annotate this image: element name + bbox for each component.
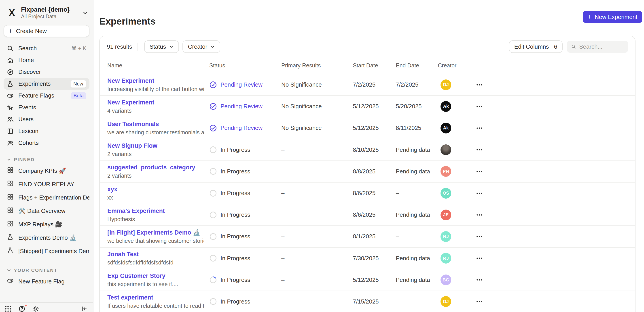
sidebar-item-search[interactable]: Search ⌘ + K: [4, 42, 90, 54]
column-header-primary-results[interactable]: Primary Results: [281, 62, 353, 69]
sidebar-item-users[interactable]: Users: [4, 113, 90, 125]
experiment-description: Hypothesis: [107, 216, 204, 223]
column-header-end-date[interactable]: End Date: [396, 62, 438, 69]
pinned-item-experiments-demo[interactable]: Experiments Demo 🔬: [4, 231, 90, 244]
help-icon[interactable]: [18, 305, 26, 312]
experiment-name-link[interactable]: New Experiment: [107, 77, 204, 85]
creator-filter-dropdown[interactable]: Creator: [182, 40, 220, 53]
pinned-item-mxp-replays[interactable]: MXP Replays 🎥: [4, 218, 90, 231]
experiment-name-link[interactable]: User Testimonials: [107, 120, 204, 128]
start-date-value: 7/15/2025: [353, 298, 396, 305]
experiment-name-link[interactable]: xyx: [107, 185, 204, 193]
book-icon: [7, 128, 14, 135]
plus-icon: +: [8, 28, 12, 34]
toggle-icon: [7, 92, 14, 99]
experiment-name-link[interactable]: New Signup Flow: [107, 142, 204, 150]
end-date-value: –: [396, 233, 438, 240]
primary-results-value: No Significance: [281, 103, 353, 110]
row-menu-button[interactable]: [474, 149, 485, 151]
pinned-item-company-kpis[interactable]: Company KPIs 🚀: [4, 164, 90, 177]
row-menu-button[interactable]: [474, 84, 485, 86]
content-item-new-feature-flag[interactable]: New Feature Flag: [4, 275, 90, 288]
experiment-description: we believe that showing customer stories…: [107, 237, 204, 244]
experiment-name-link[interactable]: Emma's Experiment: [107, 207, 204, 215]
experiment-description: Increasing visibility of the cart button…: [107, 85, 204, 93]
create-new-button[interactable]: + Create New: [4, 25, 90, 37]
pinned-item-shipped-experiments-demo[interactable]: [Shipped] Experiments Demo 🖊️: [4, 244, 90, 258]
row-menu-button[interactable]: [474, 170, 485, 172]
creator-avatar: RJ: [440, 231, 451, 242]
sidebar-item-experiments[interactable]: Experiments New: [4, 78, 90, 90]
status-icon: [209, 233, 217, 240]
notification-dot: [24, 304, 27, 307]
end-date-value: Pending data: [396, 255, 438, 262]
row-menu-button[interactable]: [474, 127, 485, 129]
settings-gear-icon[interactable]: [32, 305, 39, 312]
pinned-item-data-overview[interactable]: 🛠️ Data Overview: [4, 204, 90, 218]
row-menu-button[interactable]: [474, 257, 485, 259]
sidebar-item-discover[interactable]: Discover: [4, 66, 90, 78]
end-date-value: –: [396, 298, 438, 305]
primary-results-value: –: [281, 255, 353, 262]
plus-icon: +: [588, 14, 592, 20]
column-header-creator[interactable]: Creator: [438, 62, 474, 69]
collapse-sidebar-icon[interactable]: [80, 305, 88, 312]
board-icon: [7, 193, 14, 202]
page-title: Experiments: [99, 16, 156, 27]
row-menu-button[interactable]: [474, 235, 485, 238]
flask-icon: [7, 233, 14, 242]
status-icon: [209, 276, 217, 284]
sidebar-item-cohorts[interactable]: Cohorts: [4, 137, 90, 149]
table-row: New Signup Flow 2 variants In Progress –…: [100, 139, 635, 161]
row-menu-button[interactable]: [474, 214, 485, 216]
table-search: [567, 41, 628, 53]
experiment-description: 4 variants: [107, 107, 204, 114]
status-label: In Progress: [220, 190, 250, 197]
workspace-switcher[interactable]: X Fixpanel {demo} All Project Data: [0, 0, 93, 22]
row-menu-button[interactable]: [474, 279, 485, 281]
chevron-down-icon: [169, 44, 174, 49]
edit-columns-button[interactable]: Edit Columns · 6: [509, 40, 562, 53]
end-date-value: 5/20/2025: [396, 103, 438, 110]
experiment-name-link[interactable]: Exp Customer Story: [107, 272, 204, 280]
experiment-name-link[interactable]: [In Flight] Experiments Demo 🔬: [107, 229, 204, 236]
pinned-item-find-your-replay[interactable]: FIND YOUR REPLAY: [4, 177, 90, 191]
your-content-section-header[interactable]: YOUR CONTENT: [7, 268, 86, 273]
board-icon: [7, 220, 14, 229]
experiment-description: xx: [107, 194, 204, 201]
apps-grid-icon[interactable]: [4, 305, 12, 312]
start-date-value: 8/8/2025: [353, 168, 396, 175]
pinned-section-header[interactable]: PINNED: [7, 157, 86, 162]
column-header-status[interactable]: Status: [209, 62, 281, 69]
primary-results-value: –: [281, 211, 353, 218]
end-date-value: Pending data: [396, 277, 438, 284]
experiment-name-link[interactable]: suggested_products_category: [107, 163, 204, 171]
start-date-value: 7/30/2025: [353, 255, 396, 262]
column-header-start-date[interactable]: Start Date: [353, 62, 396, 69]
primary-results-value: –: [281, 233, 353, 240]
end-date-value: Pending data: [396, 168, 438, 175]
table-toolbar: 91 results Status Creator Edit Columns ·…: [100, 36, 635, 57]
status-filter-dropdown[interactable]: Status: [144, 40, 179, 53]
sidebar-item-lexicon[interactable]: Lexicon: [4, 125, 90, 137]
sidebar-item-events[interactable]: Events: [4, 102, 90, 113]
experiment-name-link[interactable]: New Experiment: [107, 99, 204, 106]
search-input[interactable]: [579, 43, 624, 50]
pinned-item-flags-experimentation-demo[interactable]: Flags + Experimentation Demo ,: [4, 191, 90, 204]
status-label: Pending Review: [220, 125, 262, 132]
column-header-name[interactable]: Name: [107, 62, 209, 69]
experiment-description: If users have relatable content to read …: [107, 302, 204, 309]
experiment-name-link[interactable]: Test experiment: [107, 294, 204, 301]
new-experiment-button[interactable]: + New Experiment: [583, 11, 642, 23]
creator-avatar: DJ: [440, 296, 451, 307]
experiment-name-link[interactable]: Jonah Test: [107, 250, 204, 258]
sidebar-item-home[interactable]: Home: [4, 54, 90, 66]
board-icon: [7, 180, 14, 189]
row-menu-button[interactable]: [474, 192, 485, 194]
creator-avatar: Ak: [440, 101, 451, 112]
creator-avatar: Ak: [440, 123, 451, 134]
table-row: New Experiment 4 variants Pending Review…: [100, 96, 635, 117]
row-menu-button[interactable]: [474, 301, 485, 303]
sidebar-item-feature-flags[interactable]: Feature Flags Beta: [4, 90, 90, 102]
row-menu-button[interactable]: [474, 105, 485, 108]
